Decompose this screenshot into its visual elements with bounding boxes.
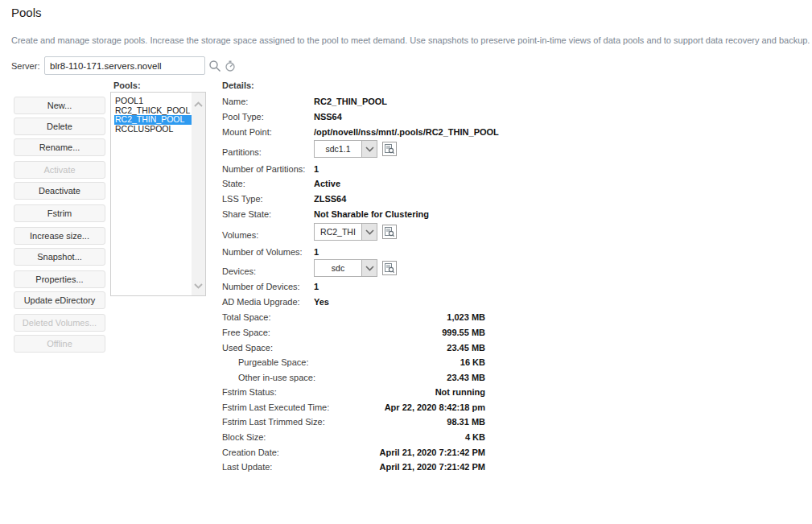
detail-value: 4 KB bbox=[465, 432, 485, 442]
detail-row-partitions: Partitions: sdc1.1 bbox=[222, 140, 485, 158]
detail-value: Not Sharable for Clustering bbox=[314, 209, 429, 219]
detail-row: Name: RC2_THIN_POOL bbox=[222, 97, 485, 109]
detail-value: April 21, 2020 7:21:42 PM bbox=[380, 448, 485, 457]
detail-row: Number of Devices: 1 bbox=[222, 282, 485, 294]
detail-row: Last Update: April 21, 2020 7:21:42 PM bbox=[222, 462, 485, 474]
detail-row: Fstrim Last Trimmed Size: 98.31 MB bbox=[222, 417, 485, 429]
detail-row: Free Space: 999.55 MB bbox=[222, 328, 485, 340]
detail-value: 23.45 MB bbox=[447, 343, 485, 353]
detail-label: Fstrim Status: bbox=[222, 387, 277, 397]
chevron-down-icon[interactable] bbox=[361, 140, 377, 158]
pool-list-item[interactable]: RC2_THIN_POOL bbox=[114, 115, 192, 125]
detail-value: NSS64 bbox=[314, 112, 342, 122]
detail-value: Active bbox=[314, 179, 340, 188]
action-button-deleted-volumes[interactable]: Deleted Volumes... bbox=[14, 314, 105, 332]
detail-row: AD Media Upgrade: Yes bbox=[222, 297, 485, 309]
detail-value: RC2_THIN_POOL bbox=[314, 97, 387, 106]
detail-label: Fstrim Last Trimmed Size: bbox=[222, 417, 325, 427]
detail-row: LSS Type: ZLSS64 bbox=[222, 194, 485, 206]
action-button-snapshot[interactable]: Snapshot... bbox=[14, 248, 105, 266]
detail-label: Block Size: bbox=[222, 432, 266, 442]
detail-value: Yes bbox=[314, 297, 329, 307]
browse-objects-icon[interactable] bbox=[382, 261, 397, 275]
detail-row-devices: Devices: sdc bbox=[222, 259, 485, 277]
page-description: Create and manage storage pools. Increas… bbox=[11, 35, 810, 45]
detail-value: 999.55 MB bbox=[442, 328, 485, 337]
pools-page: Pools Create and manage storage pools. I… bbox=[0, 0, 812, 524]
chevron-down-icon[interactable] bbox=[192, 279, 205, 292]
detail-label: State: bbox=[222, 179, 245, 188]
detail-row: Used Space: 23.45 MB bbox=[222, 343, 485, 355]
volumes-dropdown-value[interactable]: RC2_THI bbox=[314, 223, 361, 241]
detail-value: 16 KB bbox=[460, 357, 485, 367]
detail-label: Mount Point: bbox=[222, 127, 272, 137]
pool-list-item[interactable]: POOL1 bbox=[114, 97, 192, 106]
browse-objects-icon[interactable] bbox=[382, 142, 397, 156]
server-input[interactable] bbox=[44, 56, 205, 75]
detail-row: Share State: Not Sharable for Clustering bbox=[222, 209, 485, 221]
detail-value: April 21, 2020 7:21:42 PM bbox=[380, 462, 485, 472]
detail-row: Other in-use space: 23.43 MB bbox=[222, 373, 485, 385]
detail-row: State: Active bbox=[222, 179, 485, 191]
partitions-dropdown-value[interactable]: sdc1.1 bbox=[314, 140, 361, 158]
detail-row: Creation Date: April 21, 2020 7:21:42 PM bbox=[222, 448, 485, 460]
refresh-icon[interactable] bbox=[224, 60, 237, 72]
detail-label: Creation Date: bbox=[222, 448, 279, 457]
detail-label: Total Space: bbox=[222, 312, 271, 322]
detail-row: Number of Volumes: 1 bbox=[222, 247, 485, 259]
page-title: Pools bbox=[11, 6, 42, 19]
detail-label: LSS Type: bbox=[222, 194, 263, 204]
detail-value: ZLSS64 bbox=[314, 194, 346, 204]
action-button-increase-size[interactable]: Increase size... bbox=[14, 227, 105, 245]
action-button-column: New... Delete Rename... Activate Deactiv… bbox=[14, 97, 105, 356]
detail-value: 1,023 MB bbox=[447, 312, 485, 322]
detail-row: Block Size: 4 KB bbox=[222, 432, 485, 444]
detail-label: Share State: bbox=[222, 209, 271, 219]
action-button-properties[interactable]: Properties... bbox=[14, 270, 105, 288]
detail-label: Partitions: bbox=[222, 147, 262, 157]
action-button-new[interactable]: New... bbox=[14, 97, 105, 114]
action-button-activate[interactable]: Activate bbox=[14, 161, 105, 179]
detail-row: Number of Partitions: 1 bbox=[222, 164, 485, 176]
detail-label: Number of Partitions: bbox=[222, 164, 305, 174]
detail-row: Fstrim Status: Not running bbox=[222, 387, 485, 399]
chevron-down-icon[interactable] bbox=[361, 259, 377, 277]
pools-list: POOL1 RC2_THICK_POOL RC2_THIN_POOL RCCLU… bbox=[111, 93, 192, 295]
detail-row: Fstrim Last Executed Time: Apr 22, 2020 … bbox=[222, 402, 485, 415]
browse-objects-icon[interactable] bbox=[382, 225, 397, 239]
detail-label: Purgeable Space: bbox=[238, 357, 308, 367]
detail-label: Free Space: bbox=[222, 328, 270, 337]
search-icon[interactable] bbox=[208, 60, 221, 72]
detail-value: Not running bbox=[435, 387, 485, 397]
detail-label: Volumes: bbox=[222, 230, 258, 240]
detail-label: Used Space: bbox=[222, 343, 273, 353]
action-button-fstrim[interactable]: Fstrim bbox=[14, 204, 105, 222]
detail-row: Mount Point: /opt/novell/nss/mnt/.pools/… bbox=[222, 127, 485, 139]
server-label: Server: bbox=[11, 61, 39, 71]
chevron-up-icon[interactable] bbox=[192, 97, 205, 110]
detail-label: Devices: bbox=[222, 266, 256, 276]
action-button-rename[interactable]: Rename... bbox=[14, 138, 105, 156]
devices-dropdown[interactable]: sdc bbox=[314, 259, 397, 277]
action-button-update-edirectory[interactable]: Update eDirectory bbox=[14, 291, 105, 309]
details-label: Details: bbox=[222, 80, 254, 90]
detail-row: Total Space: 1,023 MB bbox=[222, 312, 485, 324]
detail-row: Purgeable Space: 16 KB bbox=[222, 357, 485, 369]
volumes-dropdown[interactable]: RC2_THI bbox=[314, 223, 397, 241]
detail-row-volumes: Volumes: RC2_THI bbox=[222, 223, 485, 241]
chevron-down-icon[interactable] bbox=[361, 223, 377, 241]
partitions-dropdown[interactable]: sdc1.1 bbox=[314, 140, 397, 158]
action-button-offline[interactable]: Offline bbox=[14, 335, 105, 353]
action-button-delete[interactable]: Delete bbox=[14, 118, 105, 135]
detail-value: 23.43 MB bbox=[447, 373, 485, 382]
detail-value: 98.31 MB bbox=[447, 417, 485, 427]
detail-label: AD Media Upgrade: bbox=[222, 297, 300, 307]
devices-dropdown-value[interactable]: sdc bbox=[314, 259, 361, 277]
detail-value: 1 bbox=[314, 282, 319, 291]
detail-value: /opt/novell/nss/mnt/.pools/RC2_THIN_POOL bbox=[314, 127, 499, 137]
action-button-deactivate[interactable]: Deactivate bbox=[14, 182, 105, 200]
detail-label: Fstrim Last Executed Time: bbox=[222, 402, 329, 412]
pool-list-item[interactable]: RCCLUSPOOL bbox=[114, 125, 192, 134]
pools-list-label: Pools: bbox=[113, 80, 141, 90]
pools-list-scrollbar[interactable] bbox=[192, 93, 205, 295]
